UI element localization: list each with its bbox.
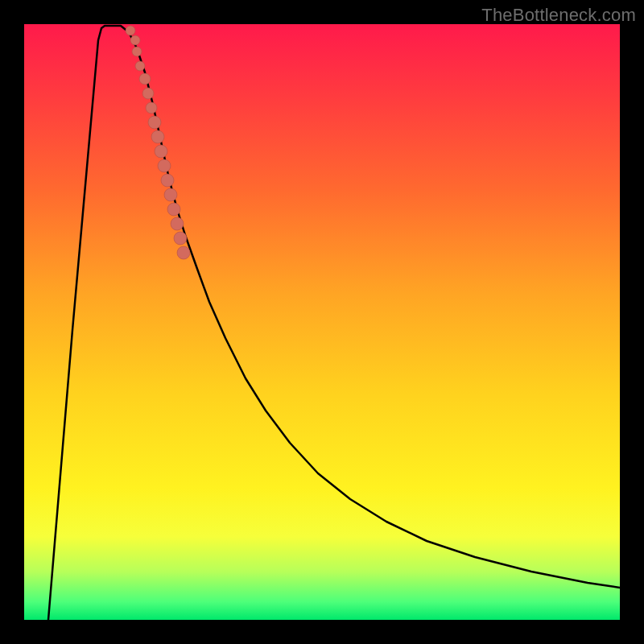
bottleneck-chart [24, 24, 620, 620]
bottleneck-curve [48, 26, 620, 620]
marker-dot [146, 102, 157, 114]
marker-dot [130, 35, 140, 45]
marker-dot [132, 47, 142, 56]
marker-dot [177, 246, 190, 259]
marker-dot [148, 116, 161, 129]
plot-area [24, 24, 620, 620]
marker-dot [171, 217, 184, 230]
chart-frame: TheBottleneck.com [0, 0, 644, 644]
marker-dot [155, 145, 167, 158]
marker-dot [161, 174, 174, 187]
marker-dot [135, 61, 145, 71]
marker-dot [139, 73, 151, 85]
marker-dot [142, 88, 154, 99]
marker-dot [164, 188, 177, 201]
marker-dot [174, 232, 187, 245]
marker-series [126, 26, 190, 259]
watermark-text: TheBottleneck.com [481, 5, 636, 26]
marker-dot [126, 26, 135, 35]
marker-dot [167, 203, 180, 216]
marker-dot [151, 130, 164, 143]
marker-dot [158, 159, 171, 172]
